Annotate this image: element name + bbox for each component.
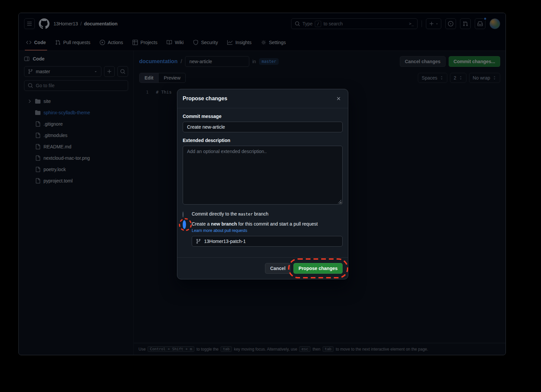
new-branch-name-field[interactable] <box>192 236 343 247</box>
branch-name-input[interactable] <box>204 239 339 244</box>
commit-message-input[interactable] <box>183 122 343 132</box>
extended-description-label: Extended description <box>183 138 343 143</box>
radio-commit-direct[interactable]: Commit directly to the master branch <box>183 211 343 217</box>
cancel-button[interactable]: Cancel <box>265 263 290 274</box>
git-branch-icon <box>196 239 201 244</box>
propose-changes-button[interactable]: Propose changes <box>293 263 343 274</box>
learn-more-link[interactable]: Learn more about pull requests <box>192 228 247 233</box>
close-dialog-button[interactable] <box>335 95 343 103</box>
radio-unchecked[interactable] <box>183 212 183 218</box>
close-icon <box>336 96 341 101</box>
extended-description-textarea[interactable] <box>183 146 343 205</box>
propose-changes-dialog: Propose changes Commit message Extended … <box>177 89 348 279</box>
radio-checked[interactable] <box>183 220 186 229</box>
dialog-title: Propose changes <box>183 96 227 102</box>
radio-create-branch[interactable]: Create a new branch for this commit and … <box>183 221 343 247</box>
commit-message-label: Commit message <box>183 114 343 119</box>
browser-viewport: 13Homer13 / documentation Type / to sear… <box>18 13 506 355</box>
